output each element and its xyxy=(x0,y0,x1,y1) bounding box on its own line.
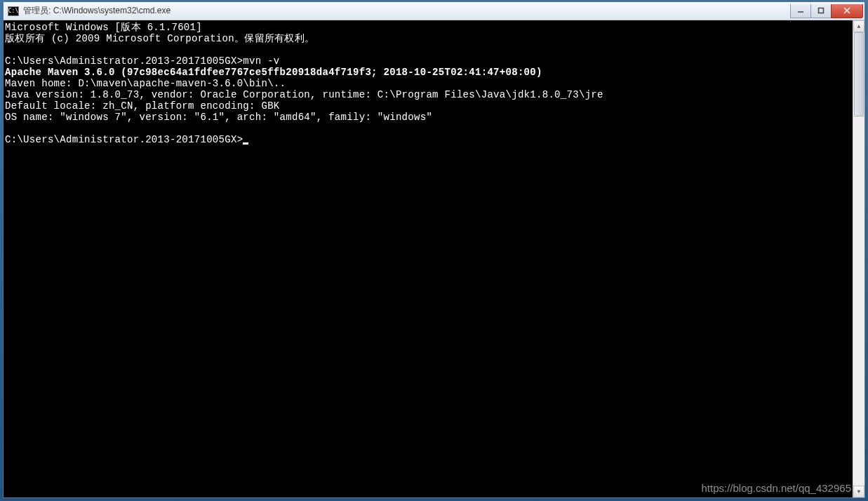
line-maven-home: Maven home: D:\maven\apache-maven-3.6.0\… xyxy=(5,78,286,89)
window-title: 管理员: C:\Windows\system32\cmd.exe xyxy=(23,5,791,17)
cmd-icon: C:\ xyxy=(8,6,19,16)
cmd-window: C:\ 管理员: C:\Windows\system32\cmd.exe Mic… xyxy=(3,1,865,498)
minimize-button[interactable] xyxy=(790,4,811,18)
line-os-name: OS name: "windows 7", version: "6.1", ar… xyxy=(5,112,432,123)
prompt-current: C:\Users\Administrator.2013-20171005GX> xyxy=(5,134,243,145)
maximize-icon xyxy=(817,7,824,14)
console-area: Microsoft Windows [版本 6.1.7601] 版权所有 (c)… xyxy=(4,20,864,497)
close-button[interactable] xyxy=(831,4,863,18)
window-controls xyxy=(791,4,863,18)
scroll-thumb[interactable] xyxy=(854,32,864,116)
minimize-icon xyxy=(797,7,804,14)
close-icon xyxy=(843,7,850,14)
line-windows-version: Microsoft Windows [版本 6.1.7601] xyxy=(5,22,202,33)
line-copyright: 版权所有 (c) 2009 Microsoft Corporation。保留所有… xyxy=(5,33,314,44)
line-java-version: Java version: 1.8.0_73, vendor: Oracle C… xyxy=(5,89,603,100)
scroll-down-button[interactable]: ▼ xyxy=(853,486,864,497)
maximize-button[interactable] xyxy=(810,4,832,18)
line-maven-version: Apache Maven 3.6.0 (97c98ec64a1fdfee7767… xyxy=(5,67,542,78)
titlebar[interactable]: C:\ 管理员: C:\Windows\system32\cmd.exe xyxy=(4,2,864,20)
prompt-command-mvn: C:\Users\Administrator.2013-20171005GX>m… xyxy=(5,55,280,67)
scroll-up-button[interactable]: ▲ xyxy=(853,20,864,32)
cursor xyxy=(243,142,248,145)
vertical-scrollbar[interactable]: ▲ ▼ xyxy=(853,20,864,497)
console-output[interactable]: Microsoft Windows [版本 6.1.7601] 版权所有 (c)… xyxy=(4,20,853,497)
line-default-locale: Default locale: zh_CN, platform encoding… xyxy=(5,100,280,112)
svg-rect-1 xyxy=(819,8,824,13)
scroll-track[interactable] xyxy=(853,32,864,486)
